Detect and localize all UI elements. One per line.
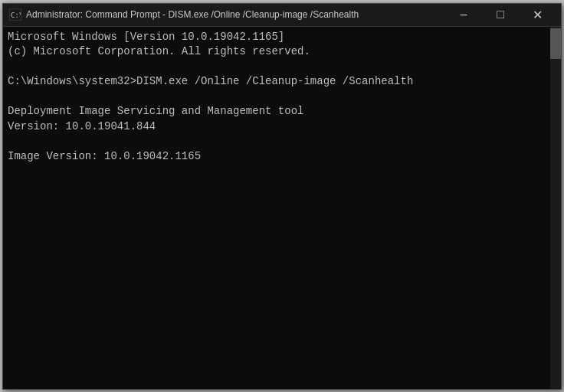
cmd-icon: C:\ — [9, 8, 21, 21]
cmd-window: C:\ Administrator: Command Prompt - DISM… — [2, 3, 562, 390]
title-bar: C:\ Administrator: Command Prompt - DISM… — [3, 4, 561, 27]
title-bar-controls: – □ ✕ — [446, 4, 555, 25]
svg-text:C:\: C:\ — [11, 11, 21, 19]
window-title: Administrator: Command Prompt - DISM.exe… — [26, 9, 359, 20]
console-text: Microsoft Windows [Version 10.0.19042.11… — [8, 30, 556, 165]
scrollbar-thumb[interactable] — [550, 28, 561, 59]
maximize-button[interactable]: □ — [483, 4, 518, 25]
minimize-button[interactable]: – — [446, 4, 481, 25]
scrollbar[interactable] — [550, 27, 561, 389]
close-button[interactable]: ✕ — [520, 4, 555, 25]
console-output: Microsoft Windows [Version 10.0.19042.11… — [3, 27, 561, 389]
title-bar-left: C:\ Administrator: Command Prompt - DISM… — [9, 8, 359, 21]
